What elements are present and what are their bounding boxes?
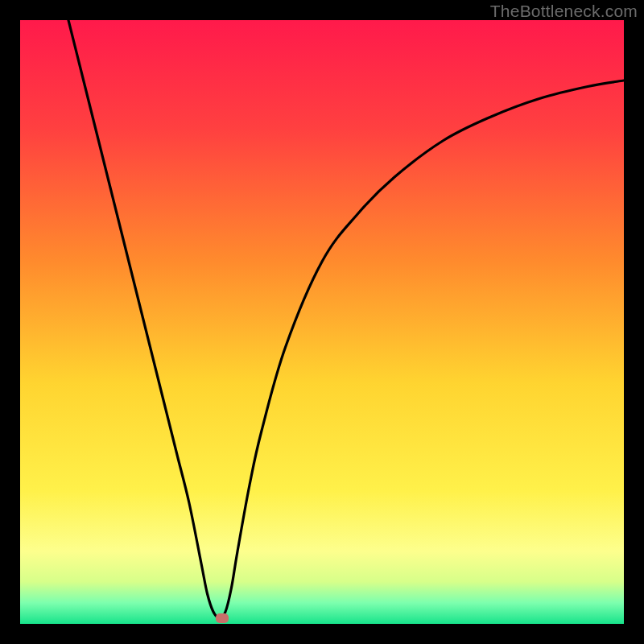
optimal-point-marker xyxy=(216,613,229,623)
watermark-text: TheBottleneck.com xyxy=(490,2,638,21)
plot-frame xyxy=(20,20,624,624)
bottleneck-curve xyxy=(20,20,624,624)
